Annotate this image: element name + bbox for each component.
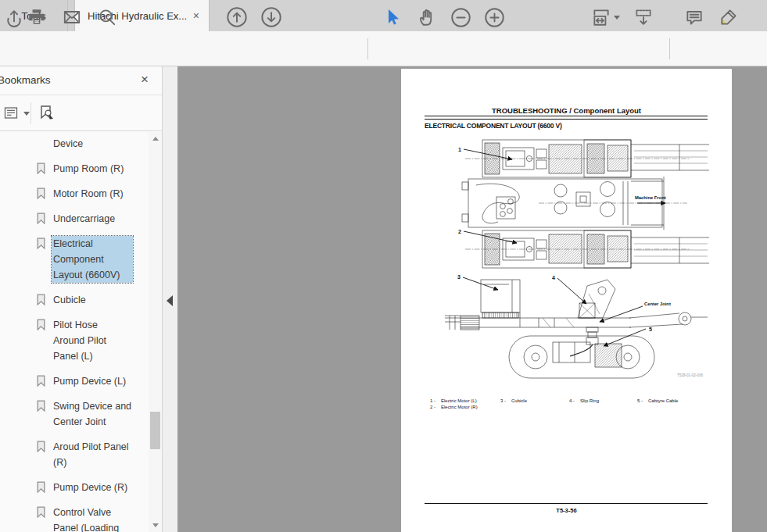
bookmark-options-button[interactable]: [3, 102, 30, 125]
chevron-down-icon: [614, 16, 620, 20]
bookmark-item-device-partial[interactable]: Device: [0, 136, 149, 152]
figure-id: T528-01-02-006: [677, 373, 703, 377]
pointer-icon: [383, 8, 402, 27]
search-icon: [97, 7, 117, 27]
bookmark-item-label: Aroud Pilot Panel (R): [53, 439, 134, 470]
bookmark-item-aroud-pilot-panel-r[interactable]: Aroud Pilot Panel (R): [0, 439, 149, 470]
legend-label: Cubicle: [511, 398, 527, 403]
fit-width-button[interactable]: [588, 4, 622, 30]
bookmark-icon: [36, 294, 46, 309]
scroll-up-icon[interactable]: [149, 132, 162, 145]
zoom-out-icon: [450, 7, 471, 28]
page-down-icon: [260, 6, 282, 28]
bookmark-item-electrical-component-layout[interactable]: Electrical Component Layout (6600V): [0, 236, 149, 283]
bookmarks-panel: Bookmarks ×: [0, 66, 163, 532]
panel-splitter[interactable]: [163, 66, 177, 532]
bookmark-icon: [36, 481, 46, 496]
bookmarks-toolbar-divider: [30, 102, 31, 124]
bookmark-item-control-valve-panel[interactable]: Control Valve Panel (Loading Shovel): [0, 505, 149, 532]
bookmark-icon: [36, 319, 46, 334]
comment-icon: [684, 7, 704, 27]
bookmarks-header: Bookmarks ×: [0, 66, 163, 95]
bookmark-icon: [36, 375, 46, 390]
bookmark-icon: [36, 212, 46, 227]
page-scrolling-icon: [633, 7, 654, 27]
footer-rule: [425, 503, 708, 504]
collapse-sidebar-icon[interactable]: [167, 295, 173, 306]
toolbar-divider: [367, 38, 368, 59]
print-icon: [27, 7, 47, 27]
bookmark-item-label: Cubicle: [53, 292, 134, 308]
bookmark-item-pump-device-l[interactable]: Pump Device (L): [0, 373, 149, 389]
figure-side-view: 3 4 5 Center Joint T528-01-02-006: [421, 269, 712, 392]
callout-3: 3: [457, 274, 461, 280]
zoom-in-button[interactable]: [481, 4, 507, 30]
app-body: Bookmarks ×: [0, 66, 767, 532]
select-tool-button[interactable]: [379, 4, 406, 30]
bookmark-icon: [36, 237, 46, 252]
callout-1: 1: [458, 147, 461, 152]
zoom-out-button[interactable]: [447, 4, 474, 30]
scroll-down-icon[interactable]: [149, 519, 162, 532]
highlight-button[interactable]: [715, 4, 742, 30]
bookmark-item-label: Control Valve Panel (Loading Shovel): [53, 505, 134, 532]
bookmark-icon: [36, 187, 46, 202]
close-tab-icon[interactable]: ×: [192, 10, 201, 21]
bookmark-icon: [36, 506, 46, 521]
find-current-bookmark-button[interactable]: [38, 102, 56, 125]
header-rule: [425, 116, 708, 120]
machine-front-label: Machine Front: [635, 195, 666, 200]
bookmarks-title: Bookmarks: [0, 74, 51, 86]
fit-width-icon: [591, 7, 611, 27]
bookmark-icon: [36, 441, 46, 455]
page-running-header: TROUBLESHOOTING / Component Layout: [401, 106, 732, 115]
bookmark-item-label: Pump Device (L): [53, 373, 134, 389]
email-icon: [62, 7, 82, 27]
zoom-in-icon: [484, 7, 505, 28]
legend-num: 3 -: [500, 398, 511, 403]
scroll-mode-button[interactable]: [630, 4, 657, 30]
legend-label: Slip Ring: [580, 398, 599, 403]
bookmark-item-cubicle[interactable]: Cubicle: [0, 292, 149, 308]
highlighter-icon: [719, 7, 739, 27]
hand-tool-button[interactable]: [414, 4, 440, 30]
bookmark-item-swing-device-and-center-joint[interactable]: Swing Device and Center Joint: [0, 398, 149, 430]
close-bookmarks-icon[interactable]: ×: [141, 73, 149, 86]
options-list-icon: [3, 105, 20, 122]
callout-4: 4: [552, 275, 555, 280]
toolbar-divider: [669, 38, 670, 59]
find-bookmark-icon: [38, 104, 56, 123]
bookmark-item-motor-room-r[interactable]: Motor Room (R): [0, 186, 149, 202]
pdf-viewer-window: Tools Hitachi Hydraulic Ex... ×: [0, 0, 767, 532]
comment-button[interactable]: [681, 4, 708, 30]
bookmark-icon: [36, 162, 46, 177]
print-button[interactable]: [23, 4, 50, 30]
figure-legend: 1 -Electric Motor (L) 2 -Electric Motor …: [401, 398, 732, 414]
previous-page-button[interactable]: [224, 4, 250, 30]
legend-num: 1 -: [430, 398, 441, 403]
bookmark-item-pump-device-r[interactable]: Pump Device (R): [0, 480, 149, 495]
bookmark-item-undercarriage[interactable]: Undercarriage: [0, 211, 149, 227]
search-button[interactable]: [94, 4, 120, 30]
bookmark-item-label: Undercarriage: [53, 211, 134, 227]
bookmark-item-pump-room-r[interactable]: Pump Room (R): [0, 161, 149, 177]
bookmark-list: Device Pump Room (R) Motor Room (R) Unde…: [0, 132, 149, 532]
callout-5: 5: [649, 327, 652, 332]
bookmark-item-pilot-hose-around-pilot-panel-l[interactable]: Pilot Hose Around Pilot Panel (L): [0, 317, 149, 364]
page-footer-number: T5-3-56: [401, 507, 732, 514]
legend-label: Cabtyre Cable: [648, 398, 678, 403]
bookmark-item-label: Pump Device (R): [53, 480, 134, 495]
bookmarks-toolbar: [0, 96, 163, 131]
scrollbar-thumb[interactable]: [150, 412, 160, 449]
section-title: ELECTRICAL COMPONENT LAYOUT (6600 V): [425, 122, 562, 130]
bookmark-item-label: Motor Room (R): [53, 186, 134, 202]
document-canvas[interactable]: TROUBLESHOOTING / Component Layout ELECT…: [177, 66, 767, 532]
figure-plan-view: 1 2 Machine Front: [421, 137, 712, 270]
sidebar-scrollbar[interactable]: [149, 132, 162, 532]
hand-icon: [417, 7, 437, 27]
email-button[interactable]: [59, 4, 85, 30]
next-page-button[interactable]: [258, 4, 285, 30]
bookmark-item-label-selected: Electrical Component Layout (6600V): [52, 236, 133, 283]
bookmark-icon: [36, 400, 46, 415]
callout-2: 2: [458, 229, 461, 234]
